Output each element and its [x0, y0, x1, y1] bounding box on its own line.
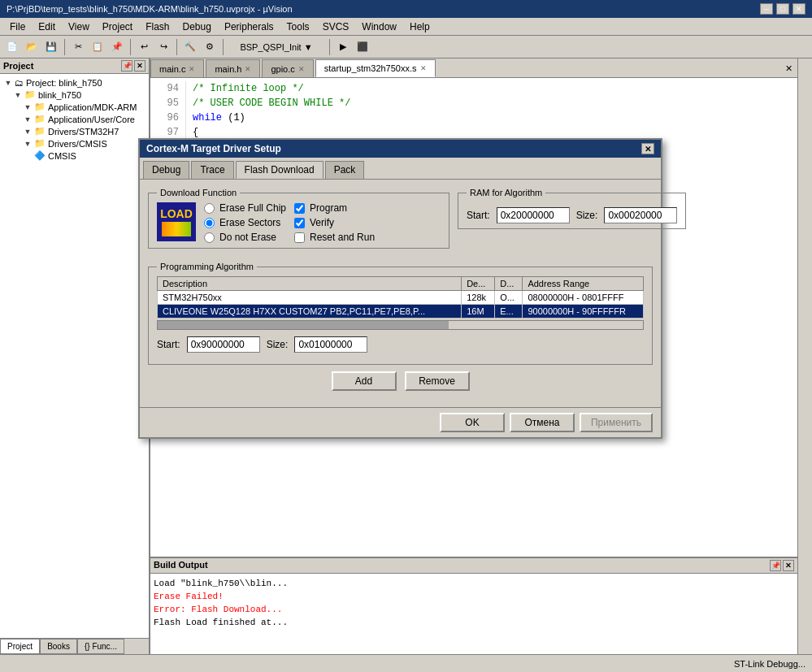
- ram-start-input[interactable]: [497, 207, 570, 223]
- dialog-overlay: Cortex-M Target Driver Setup ✕ Debug Tra…: [0, 0, 812, 672]
- dialog-tab-pack[interactable]: Pack: [325, 161, 365, 179]
- cell-description: CLIVEONE W25Q128 H7XX CUSTOM27 PB2,PC11,…: [158, 305, 462, 319]
- programming-algorithm-legend: Programming Algorithm: [157, 262, 257, 271]
- radio-do-not-erase-label: Do not Erase: [219, 232, 276, 243]
- radio-erase-sectors-input[interactable]: [204, 218, 215, 228]
- radio-erase-full[interactable]: Erase Full Chip: [204, 202, 286, 214]
- check-reset-run[interactable]: Reset and Run: [294, 232, 375, 243]
- download-function-legend: Download Function: [157, 188, 240, 197]
- check-program[interactable]: Program: [294, 202, 375, 214]
- dialog-cortex: Cortex-M Target Driver Setup ✕ Debug Tra…: [138, 138, 662, 439]
- ram-algorithm-fieldset: RAM for Algorithm Start: Size:: [458, 188, 686, 229]
- cell-de: 128k: [462, 291, 495, 305]
- ram-algorithm-legend: RAM for Algorithm: [467, 188, 545, 197]
- ok-button[interactable]: OK: [440, 413, 505, 432]
- dialog-bottom-buttons: OK Отмена Применить: [140, 407, 661, 437]
- dialog-title: Cortex-M Target Driver Setup: [146, 143, 281, 154]
- check-verify-input[interactable]: [294, 218, 305, 228]
- dialog-content: Download Function LOAD: [140, 179, 661, 407]
- dialog-titlebar: Cortex-M Target Driver Setup ✕: [140, 140, 661, 158]
- check-reset-run-label: Reset and Run: [310, 232, 375, 243]
- cancel-button[interactable]: Отмена: [510, 413, 575, 432]
- cell-d: E...: [495, 305, 523, 319]
- radio-erase-sectors-label: Erase Sectors: [219, 217, 280, 228]
- radio-erase-full-input[interactable]: [204, 203, 215, 214]
- top-row: Download Function LOAD: [148, 188, 653, 255]
- start-size-row: Start: Size:: [157, 336, 644, 353]
- dialog-tab-debug[interactable]: Debug: [143, 161, 189, 179]
- table-scrollbar[interactable]: [157, 320, 644, 330]
- table-row[interactable]: STM32H750xx 128k O... 08000000H - 0801FF…: [158, 291, 644, 305]
- radio-erase-full-label: Erase Full Chip: [219, 202, 286, 214]
- table-row-selected[interactable]: CLIVEONE W25Q128 H7XX CUSTOM27 PB2,PC11,…: [158, 305, 644, 319]
- start-input[interactable]: [187, 336, 260, 353]
- cell-description: STM32H750xx: [158, 291, 462, 305]
- col-device-size: De...: [462, 277, 495, 291]
- check-verify-label: Verify: [310, 217, 334, 228]
- dialog-close-button[interactable]: ✕: [641, 143, 654, 154]
- check-program-label: Program: [310, 202, 347, 214]
- radio-options: Erase Full Chip Erase Sectors Do not Era…: [204, 202, 286, 243]
- col-description: Description: [158, 277, 462, 291]
- remove-button[interactable]: Remove: [405, 371, 470, 391]
- ram-start-label: Start:: [467, 210, 490, 221]
- start-label: Start:: [157, 339, 180, 350]
- radio-erase-sectors[interactable]: Erase Sectors: [204, 217, 286, 228]
- check-verify[interactable]: Verify: [294, 217, 375, 228]
- load-icon: LOAD: [157, 202, 196, 241]
- checkboxes: Program Verify Reset and Run: [294, 202, 375, 243]
- ram-size-label: Size:: [576, 210, 598, 221]
- check-program-input[interactable]: [294, 203, 305, 214]
- size-input[interactable]: [294, 336, 367, 353]
- programming-algorithm-table: Description De... D... Address Range STM…: [157, 276, 644, 319]
- size-label: Size:: [267, 339, 289, 350]
- add-button[interactable]: Add: [332, 371, 397, 391]
- dialog-tab-trace[interactable]: Trace: [191, 161, 233, 179]
- cell-de: 16M: [462, 305, 495, 319]
- cell-d: O...: [495, 291, 523, 305]
- apply-button[interactable]: Применить: [580, 413, 653, 432]
- programming-algorithm-fieldset: Programming Algorithm Description De... …: [148, 262, 653, 365]
- col-address: Address Range: [523, 277, 644, 291]
- col-device: D...: [495, 277, 523, 291]
- cell-address: 08000000H - 0801FFFF: [523, 291, 644, 305]
- radio-do-not-erase[interactable]: Do not Erase: [204, 232, 286, 243]
- dialog-tabs: Debug Trace Flash Download Pack: [140, 158, 661, 179]
- dialog-tab-flash[interactable]: Flash Download: [236, 161, 323, 179]
- cell-address: 90000000H - 90FFFFFR: [523, 305, 644, 319]
- download-function-section: Download Function LOAD: [148, 188, 449, 255]
- action-buttons: Add Remove: [148, 371, 653, 391]
- ram-size-input[interactable]: [604, 207, 677, 223]
- ram-row: Start: Size:: [467, 207, 677, 223]
- scrollbar-thumb: [158, 321, 449, 329]
- download-function-fieldset: Download Function LOAD: [148, 188, 449, 249]
- radio-do-not-erase-input[interactable]: [204, 232, 215, 243]
- check-reset-run-input[interactable]: [294, 232, 305, 243]
- download-inner: LOAD Erase Full Chip: [157, 202, 441, 243]
- ram-algorithm-section: RAM for Algorithm Start: Size:: [458, 188, 653, 255]
